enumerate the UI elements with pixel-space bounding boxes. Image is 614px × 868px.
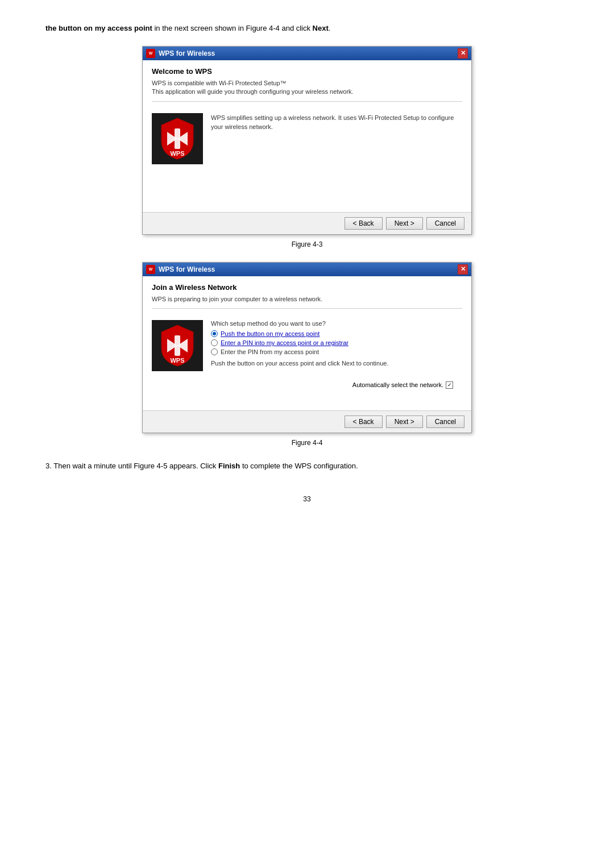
figure4-content-row: WPS Which setup method do you want to us… bbox=[152, 313, 462, 378]
figure4-radio-section: Which setup method do you want to use? P… bbox=[211, 320, 388, 367]
figure3-next-button[interactable]: Next > bbox=[386, 217, 423, 230]
intro-normal-text: in the next screen shown in Figure 4-4 a… bbox=[152, 24, 313, 32]
figure4-radio2-underline: Enter a PIN into my access point or a re… bbox=[221, 339, 349, 346]
step3-finish-bold: Finish bbox=[218, 462, 240, 470]
figure4-titlebar: W WPS for Wireless ✕ bbox=[143, 263, 471, 276]
figure4-next-button[interactable]: Next > bbox=[386, 416, 423, 428]
step3-number: 3. bbox=[45, 462, 52, 470]
svg-rect-0 bbox=[175, 128, 180, 149]
step3-paragraph: 3. Then wait a minute until Figure 4-5 a… bbox=[45, 460, 569, 472]
svg-text:WPS: WPS bbox=[170, 150, 184, 157]
figure4-footer: < Back Next > Cancel bbox=[143, 410, 471, 433]
figure4-wps-shield-svg: WPS bbox=[159, 323, 196, 368]
figure4-auto-select-label: Automatically select the network. bbox=[352, 381, 443, 388]
figure3-content-row: WPS WPS simplifies setting up a wireless… bbox=[152, 106, 462, 171]
figure4-auto-select-checkbox[interactable]: ✓ bbox=[446, 381, 453, 389]
figure4-body: Join a Wireless Network WPS is preparing… bbox=[143, 276, 471, 410]
figure3-subtitle: WPS is compatible with Wi-Fi Protected S… bbox=[152, 79, 462, 102]
figure4-auto-select-row: Automatically select the network. ✓ bbox=[152, 378, 462, 392]
svg-rect-2 bbox=[175, 335, 180, 356]
figure3-subtitle-line2: This application will guide you through … bbox=[152, 88, 462, 96]
figure3-close-button[interactable]: ✕ bbox=[458, 48, 468, 59]
intro-bold-text: the button on my access point bbox=[45, 24, 152, 32]
figure4-back-button[interactable]: < Back bbox=[345, 416, 383, 428]
figure4-radio3-circle[interactable] bbox=[211, 348, 218, 355]
figure4-radio1-option[interactable]: Push the button on my access point bbox=[211, 330, 388, 337]
step3-text-normal: Then wait a minute until Figure 4-5 appe… bbox=[53, 462, 218, 470]
figure4-cancel-button[interactable]: Cancel bbox=[426, 416, 464, 428]
figure4-wps-logo: WPS bbox=[152, 320, 203, 371]
figure4-radio1-circle[interactable] bbox=[211, 330, 218, 337]
figure3-cancel-button[interactable]: Cancel bbox=[426, 217, 464, 230]
figure3-spacer bbox=[152, 171, 462, 205]
figure4-radio2-label: Enter a PIN into my access point or a re… bbox=[221, 339, 349, 346]
figure4-dialog: W WPS for Wireless ✕ Join a Wireless Net… bbox=[142, 262, 472, 433]
figure4-caption: Figure 4-4 bbox=[45, 439, 569, 447]
figure4-method-label: Which setup method do you want to use? bbox=[211, 320, 388, 327]
figure3-dialog: W WPS for Wireless ✕ Welcome to WPS WPS … bbox=[142, 46, 472, 235]
figure4-push-note: Push the button on your access point and… bbox=[211, 360, 388, 367]
intro-next-bold: Next bbox=[313, 24, 329, 32]
figure3-title-left: W WPS for Wireless bbox=[146, 49, 215, 58]
figure3-back-button[interactable]: < Back bbox=[345, 217, 383, 230]
figure4-title-icon: W bbox=[146, 265, 155, 274]
figure4-radio2-circle[interactable] bbox=[211, 339, 218, 346]
figure4-section-title: Join a Wireless Network bbox=[152, 283, 462, 292]
figure4-subtitle: WPS is preparing to join your computer t… bbox=[152, 295, 462, 309]
step3-text-end: to complete the WPS configuration. bbox=[242, 462, 358, 470]
figure4-radio3-label: Enter the PIN from my access point bbox=[221, 348, 319, 355]
figure3-section-title: Welcome to WPS bbox=[152, 67, 462, 76]
figure3-body: Welcome to WPS WPS is compatible with Wi… bbox=[143, 60, 471, 212]
svg-text:WPS: WPS bbox=[170, 357, 184, 364]
figure3-title-text: WPS for Wireless bbox=[159, 49, 215, 57]
figure4-radio2-option[interactable]: Enter a PIN into my access point or a re… bbox=[211, 339, 388, 346]
intro-period: . bbox=[329, 24, 331, 32]
figure3-wps-shield-svg: WPS bbox=[159, 116, 196, 161]
figure3-title-icon: W bbox=[146, 49, 155, 58]
figure4-title-text: WPS for Wireless bbox=[159, 265, 215, 273]
figure4-radio1-underline: Push the button on my access point bbox=[221, 330, 320, 337]
figure3-titlebar: W WPS for Wireless ✕ bbox=[143, 47, 471, 60]
figure3-wps-logo: WPS bbox=[152, 113, 203, 164]
intro-paragraph: the button on my access point in the nex… bbox=[45, 23, 569, 35]
figure3-desc-text: WPS simplifies setting up a wireless net… bbox=[211, 113, 462, 132]
figure4-close-button[interactable]: ✕ bbox=[458, 264, 468, 275]
figure4-spacer bbox=[152, 392, 462, 404]
page-number: 33 bbox=[45, 495, 569, 503]
figure3-subtitle-line1: WPS is compatible with Wi-Fi Protected S… bbox=[152, 79, 462, 88]
figure4-title-left: W WPS for Wireless bbox=[146, 265, 215, 274]
figure3-footer: < Back Next > Cancel bbox=[143, 212, 471, 234]
figure4-radio3-option[interactable]: Enter the PIN from my access point bbox=[211, 348, 388, 355]
figure3-caption: Figure 4-3 bbox=[45, 240, 569, 248]
figure4-radio1-label: Push the button on my access point bbox=[221, 330, 320, 337]
